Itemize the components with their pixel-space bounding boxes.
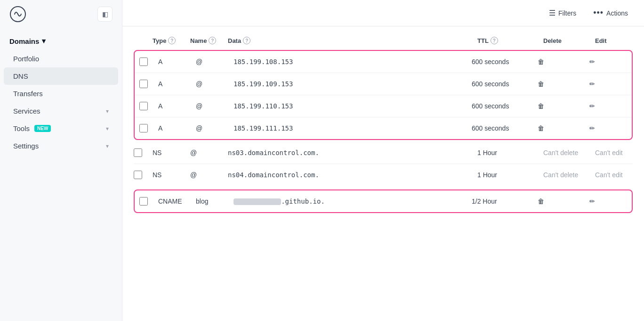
col-header-ttl: TTL ? (477, 37, 543, 44)
record-name: @ (196, 124, 233, 132)
record-type: A (158, 58, 196, 66)
row-checkbox[interactable] (134, 148, 142, 157)
table-row: NS @ ns03.domaincontrol.com. 1 Hour Can'… (134, 142, 633, 164)
delete-record-button[interactable]: 🗑 (538, 124, 589, 132)
sidebar-item-dns[interactable]: DNS (4, 67, 118, 85)
edit-record-button[interactable]: ✏ (589, 124, 627, 132)
delete-record-button[interactable]: 🗑 (538, 102, 589, 110)
col-header-type: Type ? (153, 37, 190, 44)
record-ttl: 600 seconds (472, 58, 538, 66)
actions-button[interactable]: ••• Actions (588, 5, 633, 21)
record-type: NS (153, 171, 190, 179)
blurred-data (233, 198, 281, 205)
sidebar-item-transfers[interactable]: Transfers (4, 85, 118, 102)
record-data: ns04.domaincontrol.com. (228, 171, 477, 179)
delete-record-button[interactable]: 🗑 (538, 58, 589, 66)
sidebar-item-portfolio[interactable]: Portfolio (4, 50, 118, 67)
filters-button[interactable]: ☰ Filters (544, 6, 581, 20)
record-name: @ (196, 102, 233, 110)
table-row: CNAME blog .github.io. 1/2 Hour 🗑 ✏ (135, 190, 632, 212)
record-data: 185.199.108.153 (233, 58, 472, 66)
highlighted-cname-record: CNAME blog .github.io. 1/2 Hour 🗑 ✏ (134, 189, 633, 213)
record-name: @ (190, 149, 228, 156)
record-ttl: 600 seconds (472, 102, 538, 110)
collapse-sidebar-button[interactable]: ◧ (97, 7, 113, 22)
edit-disabled-label: Can't edit (595, 149, 633, 156)
record-type: CNAME (158, 198, 196, 205)
record-data: 185.199.110.153 (233, 102, 472, 110)
name-help-icon[interactable]: ? (209, 37, 216, 44)
row-checkbox[interactable] (139, 58, 148, 66)
record-data: 185.199.109.153 (233, 80, 472, 88)
delete-disabled-label: Can't delete (543, 171, 595, 179)
table-header: Type ? Name ? Data ? TTL ? Delete Edit (134, 34, 633, 50)
record-data: 185.199.111.153 (233, 124, 472, 132)
filters-icon: ☰ (549, 8, 555, 17)
sidebar-domains-section: Domains ▾ Portfolio DNS Transfers Servic… (0, 28, 122, 158)
record-ttl: 1 Hour (477, 171, 543, 179)
type-help-icon[interactable]: ? (168, 37, 176, 44)
record-type: A (158, 80, 196, 88)
table-row: A @ 185.199.111.153 600 seconds 🗑 ✏ (135, 117, 632, 139)
main-content: ☰ Filters ••• Actions Type ? Name ? Data… (122, 0, 644, 321)
row-checkbox[interactable] (139, 80, 148, 88)
row-checkbox[interactable] (139, 102, 148, 110)
edit-record-button[interactable]: ✏ (589, 80, 627, 88)
top-bar: ☰ Filters ••• Actions (122, 0, 644, 26)
table-row: NS @ ns04.domaincontrol.com. 1 Hour Can'… (134, 164, 633, 186)
sidebar: ◧ Domains ▾ Portfolio DNS Transfers Serv… (0, 0, 122, 321)
ns-records-group: NS @ ns03.domaincontrol.com. 1 Hour Can'… (134, 142, 633, 186)
record-type: A (158, 102, 196, 110)
edit-record-button[interactable]: ✏ (589, 102, 627, 110)
record-ttl: 600 seconds (472, 124, 538, 132)
highlighted-a-records-group: A @ 185.199.108.153 600 seconds 🗑 ✏ A @ … (134, 50, 633, 140)
services-chevron-icon: ▾ (106, 108, 109, 115)
dns-records-table: Type ? Name ? Data ? TTL ? Delete Edit (122, 26, 644, 321)
more-icon: ••• (593, 8, 604, 18)
row-checkbox[interactable] (134, 171, 142, 179)
record-data: .github.io. (233, 198, 472, 205)
delete-disabled-label: Can't delete (543, 149, 595, 156)
edit-disabled-label: Can't edit (595, 171, 633, 179)
sidebar-header: ◧ (0, 0, 122, 28)
row-checkbox[interactable] (139, 124, 148, 132)
edit-record-button[interactable]: ✏ (589, 198, 627, 205)
table-row: A @ 185.199.108.153 600 seconds 🗑 ✏ (135, 51, 632, 73)
col-header-edit: Edit (595, 37, 633, 44)
chevron-down-icon: ▾ (42, 37, 46, 45)
table-row: A @ 185.199.110.153 600 seconds 🗑 ✏ (135, 95, 632, 117)
sidebar-domains-label: Domains (9, 37, 39, 45)
col-header-data: Data ? (228, 37, 477, 44)
record-type: A (158, 124, 196, 132)
record-data: ns03.domaincontrol.com. (228, 149, 477, 156)
col-header-name: Name ? (190, 37, 228, 44)
settings-chevron-icon: ▾ (106, 143, 109, 149)
sidebar-item-settings[interactable]: Settings ▾ (4, 137, 118, 155)
tools-new-badge: NEW (34, 125, 51, 132)
record-name: @ (196, 58, 233, 66)
data-help-icon[interactable]: ? (243, 37, 250, 44)
delete-record-button[interactable]: 🗑 (538, 80, 589, 88)
record-name: @ (190, 171, 228, 179)
edit-record-button[interactable]: ✏ (589, 58, 627, 66)
brand-logo (9, 6, 26, 23)
record-name: blog (196, 198, 233, 205)
col-header-checkbox (134, 37, 153, 44)
record-ttl: 1 Hour (477, 149, 543, 156)
col-header-delete: Delete (543, 37, 595, 44)
tools-chevron-icon: ▾ (106, 125, 109, 132)
record-type: NS (153, 149, 190, 156)
record-ttl: 600 seconds (472, 80, 538, 88)
record-name: @ (196, 80, 233, 88)
sidebar-item-services[interactable]: Services ▾ (4, 102, 118, 120)
record-ttl: 1/2 Hour (472, 198, 538, 205)
ttl-help-icon[interactable]: ? (491, 37, 498, 44)
table-row: A @ 185.199.109.153 600 seconds 🗑 ✏ (135, 73, 632, 95)
row-checkbox[interactable] (139, 197, 148, 206)
delete-record-button[interactable]: 🗑 (538, 198, 589, 205)
sidebar-domains-menu[interactable]: Domains ▾ (0, 32, 122, 50)
sidebar-item-tools[interactable]: Tools NEW ▾ (4, 120, 118, 137)
